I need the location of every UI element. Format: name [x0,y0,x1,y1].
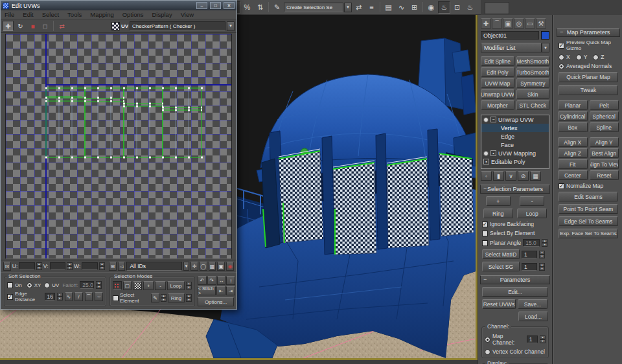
ids-dropdown-arrow[interactable]: ▼ [183,262,190,271]
select-matid-button[interactable]: Select MatID [482,249,520,259]
load-uvws-button[interactable]: Load... [518,312,548,321]
options-button[interactable]: Options... [198,297,234,306]
select-sg-button[interactable]: Select SG [482,262,520,271]
soft-selection-on-checkbox[interactable] [7,282,13,288]
edge-distance-spinner[interactable]: ▲▼ [57,293,63,301]
uv-editor-canvas[interactable] [5,34,232,259]
expand-icon[interactable]: ▪ [490,150,496,156]
ring-uv-button[interactable]: Ring [168,293,185,302]
modifier-button[interactable]: Edit Spline [481,56,514,66]
quick-planar-map-button[interactable]: Quick Planar Map [559,72,618,82]
falloff-field[interactable]: 25.0 [80,281,94,289]
motion-tab-icon[interactable]: ◎ [514,18,524,28]
spherical-button[interactable]: Spherical [590,111,619,121]
display-tab-icon[interactable]: ▭ [525,18,535,28]
modifier-list-dropdown[interactable]: Modifier List [481,43,542,52]
zoom-region-icon[interactable]: ▦ [209,262,216,271]
edit-uvws-window[interactable]: Edit UVWs – □ ✕ File Edit Select Tools M… [0,0,237,310]
stack-row-uvw-mapping[interactable]: ▪ UVW Mapping [481,149,549,157]
select-element-checkbox[interactable] [113,295,119,301]
u-field[interactable] [19,262,35,270]
ring-spinner[interactable]: ▲▼ [186,294,192,302]
x-axis-radio[interactable] [559,54,564,60]
best-align-button[interactable]: Best Align [590,148,619,158]
render-production-icon[interactable]: ♨ [464,1,476,14]
bulb-icon[interactable] [483,151,489,156]
falloff-smooth-curve-icon[interactable]: ∿ [65,292,73,301]
utilities-tab-icon[interactable]: ⚒ [536,18,546,28]
rotate-tool-icon[interactable]: ↻ [15,21,26,31]
y-axis-radio[interactable] [576,54,582,60]
zoom-icon[interactable]: ◯ [200,262,207,271]
pin-stack-icon[interactable]: ◦ [481,171,492,181]
reset-uvws-button[interactable]: Reset UVWs [482,299,516,309]
menu-display[interactable]: Display [152,11,172,18]
sg-spinner[interactable]: ▲▼ [539,263,545,271]
menu-file[interactable]: File [5,11,14,18]
menu-tools[interactable]: Tools [67,11,82,18]
weld-vertical-icon[interactable]: ⇥ [226,286,235,295]
stitch-button[interactable]: < Stitch > [198,286,216,295]
paint-size-spinner[interactable]: ▲▼ [161,294,167,302]
modifier-button[interactable]: Unwrap UVW [481,89,514,99]
sg-field[interactable]: 1 [522,263,537,271]
stack-row-edge[interactable]: Edge [481,132,549,141]
falloff-slow-curve-icon[interactable]: ⌒ [85,292,93,301]
show-map-icon[interactable] [111,22,120,30]
modifier-button[interactable]: Morpher [481,100,514,110]
point-to-point-seam-button[interactable]: Point To Point Seam [559,204,618,214]
planar-button[interactable]: Planar [558,100,588,110]
edit-uvws-button[interactable]: Edit... [482,287,548,297]
freeform-mode-icon[interactable]: □ [40,21,51,31]
shrink-uv-selection-button[interactable]: - [155,281,165,290]
make-unique-icon[interactable]: ∨ [505,171,516,181]
modify-tab-icon[interactable]: ⌒ [492,18,502,28]
ring-button[interactable]: Ring [483,209,513,218]
zoom-to-gizmo-icon[interactable]: ◉ [226,262,234,271]
menu-options[interactable]: Options [122,11,144,18]
falloff-linear-curve-icon[interactable]: / [75,292,83,301]
maximize-button[interactable]: □ [210,2,221,9]
cylindrical-button[interactable]: Cylindrical [558,111,588,121]
align-y-button[interactable]: Align Y [590,137,619,147]
menu-select[interactable]: Select [42,11,59,18]
bulb-icon[interactable] [483,117,489,122]
planar-angle-spinner[interactable]: ▲▼ [542,239,547,247]
expand-icon[interactable]: ▪ [483,159,489,165]
mirror-icon[interactable]: ⇄ [352,1,365,14]
preview-quick-map-checkbox[interactable] [559,43,564,49]
fit-button[interactable]: Fit [558,159,588,169]
v-field[interactable] [50,262,66,270]
menu-edit[interactable]: Edit [23,11,33,18]
named-selection-set-field[interactable]: Create Selection Se [284,3,343,12]
show-end-result-icon[interactable]: ▮ [493,171,504,181]
render-setup-icon[interactable]: ♨ [438,1,450,14]
weld-horizontal-icon[interactable]: ⇤ [216,286,225,295]
rendered-frame-icon[interactable]: ⊡ [451,1,463,14]
tweak-button[interactable]: Tweak [559,85,618,95]
collapse-icon[interactable]: − [490,117,496,122]
layer-manager-icon[interactable]: ▤ [382,1,395,14]
averaged-normals-radio[interactable] [559,63,564,69]
minimize-button[interactable]: – [196,2,207,9]
save-uvws-button[interactable]: Save... [518,299,547,309]
vertex-color-radio[interactable] [485,349,490,355]
flip-vertical-icon[interactable]: ↕ [226,276,235,285]
xy-radio[interactable] [27,282,32,288]
stack-row-face[interactable]: Face [481,141,549,149]
zoom-extents-icon[interactable]: ▣ [217,262,225,271]
box-button[interactable]: Box [558,122,588,132]
curve-editor-icon[interactable]: ∿ [395,1,408,14]
remove-modifier-icon[interactable]: ⊘ [518,171,529,181]
brush-falloff-icon[interactable]: ◅ [118,262,126,271]
flip-horizontal-icon[interactable]: ↔ [217,276,226,285]
align-icon[interactable]: ≡ [365,1,378,14]
map-channel-spinner[interactable]: ▲▼ [540,336,546,343]
menu-view[interactable]: View [181,11,194,18]
configure-modifier-sets-icon[interactable]: ▦ [530,171,541,181]
rotate-cw-icon[interactable]: ↷ [207,276,216,285]
selection-parameters-rollout[interactable]: − Selection Parameters [480,185,550,194]
scale-tool-icon[interactable]: ■ [27,21,38,31]
falloff-spinner[interactable]: ▲▼ [96,281,102,289]
lock-selection-icon[interactable]: ⊡ [3,262,11,271]
